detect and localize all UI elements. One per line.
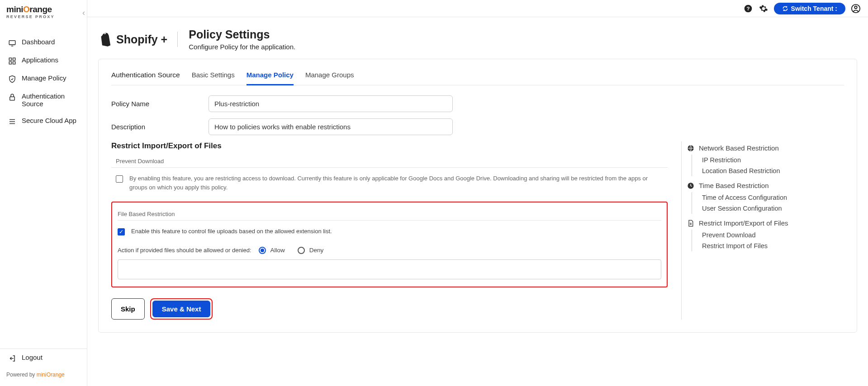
svg-point-9 [854, 6, 857, 9]
rnav-label: Restrict Import of Files [702, 242, 768, 249]
gear-icon[interactable] [759, 4, 768, 14]
shield-icon [8, 75, 16, 83]
rnav-label: User Session Configuration [702, 205, 782, 212]
sidebar-item-label: Authentication Source [22, 92, 79, 108]
svg-rect-3 [9, 62, 11, 64]
help-icon[interactable]: ? [743, 4, 753, 14]
rnav-label: Prevent Download [702, 231, 756, 239]
sidebar: miniOrange REVERSE PROXY ‹ Dashboard App… [0, 0, 87, 386]
description-input[interactable] [209, 118, 453, 135]
save-next-button[interactable]: Save & Next [152, 301, 211, 317]
refresh-icon [782, 5, 788, 12]
settings-card: Authentication Source Basic Settings Man… [98, 59, 857, 333]
account-icon[interactable] [851, 4, 861, 14]
rnav-session[interactable]: User Session Configuration [702, 203, 844, 214]
page-header: Shopify + Policy Settings Configure Poli… [98, 28, 857, 51]
page-title: Policy Settings [189, 28, 295, 41]
app-name: Shopify + [116, 33, 167, 46]
switch-tenant-button[interactable]: Switch Tenant : [774, 3, 845, 14]
logout-icon [8, 354, 16, 362]
dashboard-icon [8, 39, 16, 47]
sidebar-item-logout[interactable]: Logout [0, 349, 87, 367]
powered-link[interactable]: miniOrange [37, 372, 65, 378]
rnav-location[interactable]: Location Based Restriction [702, 165, 844, 176]
prevent-download-checkbox[interactable] [116, 175, 123, 183]
rnav-restrict-import[interactable]: Restrict Import of Files [702, 240, 844, 251]
prevent-download-label: Prevent Download [111, 154, 668, 167]
rnav-ip[interactable]: IP Restriction [702, 155, 844, 165]
rnav-network[interactable]: Network Based Restriction [687, 141, 844, 155]
globe-icon [687, 145, 694, 152]
tabs: Authentication Source Basic Settings Man… [111, 67, 844, 85]
rnav-label: Network Based Restriction [699, 144, 779, 152]
file-restriction-checkbox[interactable]: ✓ [118, 228, 125, 235]
file-restriction-desc: Enable this feature to control file uplo… [131, 227, 332, 236]
radio-allow-label: Allow [270, 247, 285, 254]
sidebar-item-label: Dashboard [22, 38, 55, 46]
powered-by: Powered by miniOrange [0, 367, 87, 386]
extension-input[interactable] [118, 259, 661, 279]
rnav-time[interactable]: Time Based Restriction [687, 179, 844, 192]
sidebar-item-label: Secure Cloud App [22, 117, 76, 124]
radio-deny[interactable] [298, 247, 305, 254]
tab-manage-policy[interactable]: Manage Policy [247, 67, 294, 85]
sidebar-item-label: Logout [22, 353, 43, 361]
lock-icon [8, 93, 16, 101]
tab-manage-groups[interactable]: Manage Groups [305, 67, 354, 85]
sidebar-item-label: Manage Policy [22, 74, 66, 82]
action-label: Action if provided files should be allow… [118, 247, 251, 254]
sidebar-item-applications[interactable]: Applications [0, 52, 87, 70]
svg-rect-0 [9, 41, 15, 45]
file-restriction-section: File Based Restriction ✓ Enable this fea… [111, 202, 668, 287]
radio-allow[interactable] [259, 247, 266, 254]
sidebar-item-secure-cloud[interactable]: Secure Cloud App [0, 112, 87, 130]
shopify-icon [98, 32, 112, 47]
rnav-time-access[interactable]: Time of Access Configuration [702, 192, 844, 203]
svg-rect-1 [9, 58, 11, 60]
logo: miniOrange REVERSE PROXY [0, 0, 87, 23]
topbar: ? Switch Tenant : [87, 0, 868, 17]
page-subtitle: Configure Policy for the application. [189, 43, 295, 51]
applications-icon [8, 57, 16, 65]
svg-rect-2 [13, 58, 15, 60]
file-icon [687, 220, 694, 227]
collapse-sidebar-icon[interactable]: ‹ [82, 8, 85, 18]
policy-name-input[interactable] [209, 95, 453, 112]
sidebar-item-label: Applications [22, 56, 58, 64]
sidebar-item-manage-policy[interactable]: Manage Policy [0, 70, 87, 88]
logo-subtitle: REVERSE PROXY [6, 14, 81, 19]
main: ? Switch Tenant : Shopify + Policy Setti… [87, 0, 868, 386]
file-restriction-label: File Based Restriction [118, 207, 661, 220]
sidebar-nav: Dashboard Applications Manage Policy Aut… [0, 23, 87, 130]
svg-text:?: ? [746, 5, 749, 11]
tab-auth-source[interactable]: Authentication Source [111, 67, 180, 85]
svg-rect-5 [10, 97, 15, 100]
skip-button[interactable]: Skip [111, 298, 145, 320]
logo-text-a: mini [6, 5, 23, 14]
rnav-label: Restrict Import/Export of Files [699, 219, 788, 227]
rnav-label: Time Based Restriction [699, 182, 769, 189]
svg-rect-4 [13, 62, 15, 64]
policy-name-label: Policy Name [111, 100, 209, 108]
radio-deny-label: Deny [309, 247, 324, 254]
rnav-label: Time of Access Configuration [702, 194, 787, 201]
clock-icon [687, 182, 694, 189]
tab-basic-settings[interactable]: Basic Settings [192, 67, 235, 85]
description-label: Description [111, 123, 209, 131]
rnav-label: IP Restriction [702, 156, 741, 164]
rnav-prevent[interactable]: Prevent Download [702, 230, 844, 240]
sidebar-item-auth-source[interactable]: Authentication Source [0, 88, 87, 112]
sidebar-item-dashboard[interactable]: Dashboard [0, 33, 87, 52]
restriction-nav: Network Based Restriction IP Restriction… [681, 141, 844, 320]
list-icon [8, 118, 16, 126]
restrict-title: Restrict Import/Export of Files [111, 141, 668, 151]
switch-tenant-label: Switch Tenant : [791, 5, 837, 12]
rnav-restrict[interactable]: Restrict Import/Export of Files [687, 217, 844, 230]
rnav-label: Location Based Restriction [702, 167, 780, 174]
logo-text-b: range [29, 5, 52, 14]
prevent-download-desc: By enabling this feature, you are restri… [129, 174, 663, 192]
